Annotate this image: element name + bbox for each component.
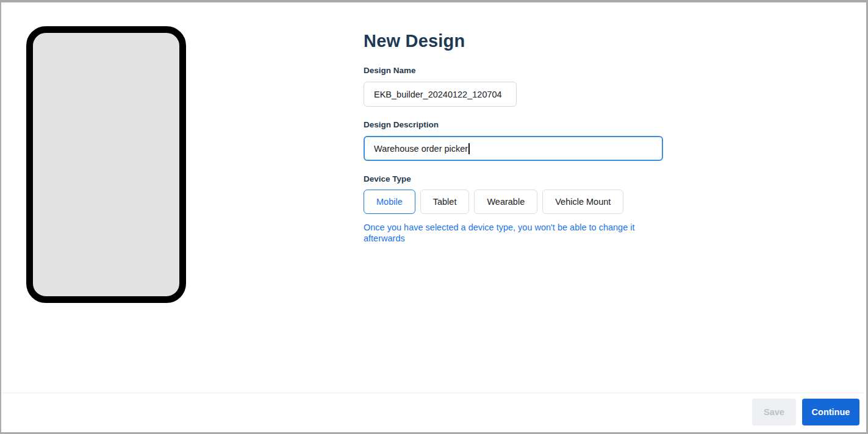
design-description-value: Warehouse order picker — [374, 144, 468, 154]
continue-button[interactable]: Continue — [802, 399, 859, 425]
device-type-helper-text: Once you have selected a device type, yo… — [364, 222, 665, 244]
device-type-wearable-button[interactable]: Wearable — [474, 190, 537, 214]
device-type-mobile-button[interactable]: Mobile — [364, 190, 415, 214]
device-type-options: Mobile Tablet Wearable Vehicle Mount — [364, 190, 665, 214]
device-type-tablet-button[interactable]: Tablet — [420, 190, 470, 214]
page-title: New Design — [364, 29, 665, 52]
footer-action-bar: Save Continue — [2, 393, 864, 430]
design-description-input[interactable]: Warehouse order picker — [364, 136, 663, 161]
text-caret — [468, 143, 470, 154]
new-design-form: New Design Design Name Design Descriptio… — [364, 29, 665, 244]
design-description-label: Design Description — [364, 120, 665, 130]
device-preview-frame — [26, 26, 186, 303]
device-type-label: Device Type — [364, 174, 665, 184]
device-type-vehicle-mount-button[interactable]: Vehicle Mount — [542, 190, 623, 214]
save-button[interactable]: Save — [752, 399, 796, 425]
design-name-input[interactable] — [364, 82, 517, 107]
app-window: New Design Design Name Design Descriptio… — [0, 0, 868, 434]
design-name-label: Design Name — [364, 66, 665, 76]
